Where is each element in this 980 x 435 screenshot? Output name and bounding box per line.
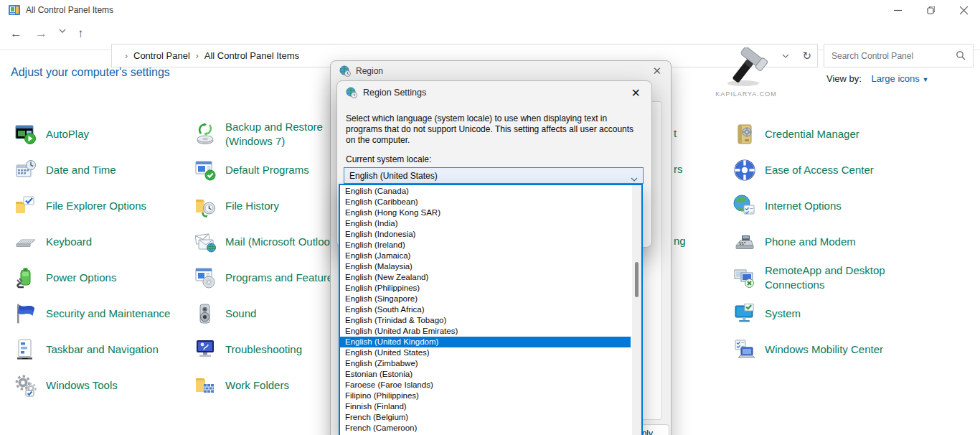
control-panel-item[interactable]: Internet Options — [733, 190, 842, 223]
control-panel-item[interactable]: Work Folders — [194, 369, 289, 402]
recent-locations-chevron-icon[interactable] — [59, 24, 66, 41]
maximize-icon[interactable] — [914, 0, 947, 20]
address-dropdown-chevron-icon[interactable] — [782, 50, 789, 62]
view-by-value[interactable]: Large icons — [872, 73, 920, 84]
security-maintenance-icon — [14, 302, 37, 325]
control-panel-item[interactable]: Sound — [194, 297, 256, 330]
locale-option[interactable]: English (India) — [340, 218, 631, 229]
locale-option[interactable]: English (New Zealand) — [340, 272, 631, 283]
locale-option[interactable]: English (Malaysia) — [340, 261, 631, 272]
control-panel-item[interactable]: RemoteApp and Desktop Connections — [733, 261, 912, 294]
control-panel-item-label: Taskbar and Navigation — [46, 342, 159, 357]
windows-tools-icon — [14, 374, 37, 397]
region-dialog-title: Region — [356, 66, 383, 76]
control-panel-item[interactable]: Default Programs — [194, 154, 309, 187]
programs-features-icon — [194, 266, 217, 289]
back-icon[interactable]: ← — [10, 27, 22, 41]
minimize-icon[interactable] — [881, 0, 914, 20]
control-panel-item-label: Phone and Modem — [765, 235, 856, 249]
search-icon[interactable] — [956, 50, 966, 63]
locale-option[interactable]: French (Belgium) — [340, 412, 631, 423]
breadcrumb-all-items[interactable]: All Control Panel Items — [204, 50, 299, 61]
control-panel-item[interactable]: Security and Maintenance — [14, 297, 170, 330]
region-settings-close-icon[interactable]: ✕ — [631, 86, 641, 100]
control-panel-item[interactable]: Date and Time — [14, 154, 116, 187]
windows-mobility-icon — [733, 338, 756, 361]
autoplay-icon — [14, 123, 37, 146]
region-settings-description: Select which language (system locale) to… — [346, 113, 644, 146]
system-locale-dropdown: English (Canada)English (Caribbean)Engli… — [339, 184, 643, 435]
control-panel-item[interactable]: Taskbar and Navigation — [14, 333, 159, 366]
control-panel-item[interactable]: Power Options — [14, 261, 116, 294]
locale-option[interactable]: English (Jamaica) — [340, 251, 631, 261]
search-input[interactable] — [831, 45, 950, 67]
date-time-icon — [14, 159, 37, 182]
locale-option[interactable]: English (Canada) — [340, 186, 631, 197]
control-panel-item-label: AutoPlay — [46, 127, 89, 141]
locale-option[interactable]: English (Singapore) — [340, 294, 631, 304]
up-icon[interactable]: ↑ — [77, 27, 84, 41]
close-icon[interactable] — [947, 0, 980, 20]
control-panel-item-label-fragment: rs — [674, 163, 683, 175]
control-panel-item-label: System — [765, 307, 801, 321]
watermark-text: KAPILARYA.COM — [710, 90, 782, 98]
locale-option[interactable]: Finnish (Finland) — [340, 401, 631, 412]
forward-icon[interactable]: → — [35, 27, 47, 41]
control-panel-item-label-fragment: ng — [674, 235, 686, 247]
locale-option[interactable]: English (Zimbabwe) — [340, 358, 631, 369]
control-panel-item-label: File Explorer Options — [46, 199, 146, 213]
control-panel-item[interactable]: File Explorer Options — [14, 190, 146, 223]
control-panel-item[interactable]: Backup and Restore (Windows 7) — [194, 118, 347, 151]
control-panel-item-label-fragment: t — [674, 127, 677, 139]
control-panel-item[interactable]: System — [733, 297, 801, 330]
locale-option[interactable]: English (United Arab Emirates) — [340, 326, 631, 337]
control-panel-item[interactable]: Troubleshooting — [194, 333, 302, 366]
locale-option[interactable]: English (United States) — [340, 347, 631, 358]
backup-restore-icon — [194, 123, 217, 146]
control-panel-item-label: Work Folders — [225, 378, 289, 393]
locale-option[interactable]: English (Ireland) — [340, 240, 631, 251]
control-panel-item[interactable]: File History — [194, 190, 279, 223]
dropdown-scrollbar[interactable] — [632, 185, 641, 435]
locale-option[interactable]: English (Caribbean) — [340, 197, 631, 207]
control-panel-item[interactable]: Programs and Features — [194, 261, 339, 294]
view-by-label: View by: — [826, 73, 862, 84]
control-panel-item[interactable]: Ease of Access Center — [733, 154, 874, 187]
control-panel-item[interactable]: Windows Mobility Center — [733, 333, 883, 366]
control-panel-item[interactable]: Credential Manager — [733, 118, 859, 151]
locale-option[interactable]: Estonian (Estonia) — [340, 369, 631, 380]
control-panel-item[interactable]: Keyboard — [14, 225, 92, 258]
system-icon — [733, 302, 756, 325]
remoteapp-icon — [733, 266, 756, 289]
refresh-icon[interactable]: ↻ — [802, 50, 811, 62]
control-panel-item-label: Backup and Restore (Windows 7) — [225, 120, 347, 149]
locale-option[interactable]: English (Indonesia) — [340, 229, 631, 240]
scrollbar-thumb[interactable] — [635, 262, 639, 297]
locale-option[interactable]: English (South Africa) — [340, 304, 631, 315]
region-settings-titlebar: Region Settings ✕ — [337, 81, 651, 104]
region-close-icon[interactable]: ✕ — [652, 65, 661, 78]
locale-option[interactable]: French (Cameroon) — [340, 423, 631, 434]
control-panel-item-label: Power Options — [46, 271, 116, 285]
internet-options-icon — [733, 195, 756, 218]
window-titlebar: All Control Panel Items — [0, 0, 980, 20]
locale-option[interactable]: Filipino (Philippines) — [340, 390, 631, 401]
breadcrumb-control-panel[interactable]: Control Panel — [133, 50, 190, 61]
control-panel-item[interactable]: Phone and Modem — [733, 225, 856, 258]
locale-option[interactable]: English (Hong Kong SAR) — [340, 207, 631, 218]
control-panel-item-label: Date and Time — [46, 163, 116, 177]
control-panel-item[interactable]: AutoPlay — [14, 118, 89, 151]
control-panel-item[interactable]: Windows Tools — [14, 369, 118, 402]
control-panel-item-label: Programs and Features — [225, 271, 339, 285]
control-panel-item[interactable]: Mail (Microsoft Outlook) — [194, 225, 339, 258]
control-panel-item-label: Windows Tools — [46, 378, 118, 393]
view-by-dropdown-icon[interactable]: ▼ — [922, 76, 928, 83]
locale-option[interactable]: English (United Kingdom) — [340, 337, 631, 347]
locale-option[interactable]: Faroese (Faroe Islands) — [340, 380, 631, 390]
locale-option[interactable]: English (Trinidad & Tobago) — [340, 315, 631, 326]
phone-modem-icon — [733, 230, 756, 253]
control-panel-app-icon — [9, 4, 20, 16]
system-locale-combobox[interactable]: English (United States) — [344, 167, 644, 184]
control-panel-item-label: Keyboard — [46, 235, 92, 249]
locale-option[interactable]: English (Philippines) — [340, 283, 631, 294]
